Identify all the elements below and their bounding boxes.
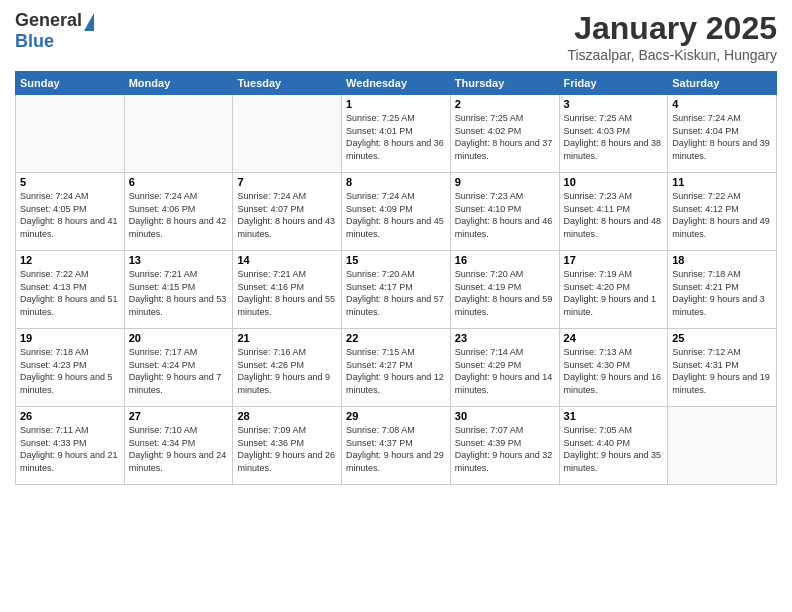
- calendar-cell: 18Sunrise: 7:18 AM Sunset: 4:21 PM Dayli…: [668, 251, 777, 329]
- day-info: Sunrise: 7:18 AM Sunset: 4:21 PM Dayligh…: [672, 268, 772, 318]
- calendar-cell: 6Sunrise: 7:24 AM Sunset: 4:06 PM Daylig…: [124, 173, 233, 251]
- calendar-cell: 31Sunrise: 7:05 AM Sunset: 4:40 PM Dayli…: [559, 407, 668, 485]
- day-info: Sunrise: 7:08 AM Sunset: 4:37 PM Dayligh…: [346, 424, 446, 474]
- day-info: Sunrise: 7:13 AM Sunset: 4:30 PM Dayligh…: [564, 346, 664, 396]
- calendar-cell: 26Sunrise: 7:11 AM Sunset: 4:33 PM Dayli…: [16, 407, 125, 485]
- weekday-header-friday: Friday: [559, 72, 668, 95]
- day-info: Sunrise: 7:24 AM Sunset: 4:05 PM Dayligh…: [20, 190, 120, 240]
- day-info: Sunrise: 7:11 AM Sunset: 4:33 PM Dayligh…: [20, 424, 120, 474]
- week-row-3: 12Sunrise: 7:22 AM Sunset: 4:13 PM Dayli…: [16, 251, 777, 329]
- day-number: 3: [564, 98, 664, 110]
- day-info: Sunrise: 7:09 AM Sunset: 4:36 PM Dayligh…: [237, 424, 337, 474]
- day-info: Sunrise: 7:25 AM Sunset: 4:02 PM Dayligh…: [455, 112, 555, 162]
- calendar-cell: 22Sunrise: 7:15 AM Sunset: 4:27 PM Dayli…: [342, 329, 451, 407]
- day-info: Sunrise: 7:22 AM Sunset: 4:12 PM Dayligh…: [672, 190, 772, 240]
- calendar-cell: 10Sunrise: 7:23 AM Sunset: 4:11 PM Dayli…: [559, 173, 668, 251]
- day-info: Sunrise: 7:10 AM Sunset: 4:34 PM Dayligh…: [129, 424, 229, 474]
- week-row-2: 5Sunrise: 7:24 AM Sunset: 4:05 PM Daylig…: [16, 173, 777, 251]
- calendar-table: SundayMondayTuesdayWednesdayThursdayFrid…: [15, 71, 777, 485]
- header: General Blue January 2025 Tiszaalpar, Ba…: [15, 10, 777, 63]
- calendar-cell: 25Sunrise: 7:12 AM Sunset: 4:31 PM Dayli…: [668, 329, 777, 407]
- day-number: 22: [346, 332, 446, 344]
- calendar-cell: 3Sunrise: 7:25 AM Sunset: 4:03 PM Daylig…: [559, 95, 668, 173]
- calendar-cell: 8Sunrise: 7:24 AM Sunset: 4:09 PM Daylig…: [342, 173, 451, 251]
- calendar-cell: 16Sunrise: 7:20 AM Sunset: 4:19 PM Dayli…: [450, 251, 559, 329]
- day-info: Sunrise: 7:19 AM Sunset: 4:20 PM Dayligh…: [564, 268, 664, 318]
- day-number: 14: [237, 254, 337, 266]
- title-section: January 2025 Tiszaalpar, Bacs-Kiskun, Hu…: [567, 10, 777, 63]
- day-number: 30: [455, 410, 555, 422]
- day-info: Sunrise: 7:24 AM Sunset: 4:07 PM Dayligh…: [237, 190, 337, 240]
- calendar-cell: 2Sunrise: 7:25 AM Sunset: 4:02 PM Daylig…: [450, 95, 559, 173]
- day-number: 23: [455, 332, 555, 344]
- weekday-header-wednesday: Wednesday: [342, 72, 451, 95]
- day-info: Sunrise: 7:15 AM Sunset: 4:27 PM Dayligh…: [346, 346, 446, 396]
- day-number: 19: [20, 332, 120, 344]
- day-number: 1: [346, 98, 446, 110]
- day-info: Sunrise: 7:21 AM Sunset: 4:15 PM Dayligh…: [129, 268, 229, 318]
- day-info: Sunrise: 7:14 AM Sunset: 4:29 PM Dayligh…: [455, 346, 555, 396]
- calendar-cell: 24Sunrise: 7:13 AM Sunset: 4:30 PM Dayli…: [559, 329, 668, 407]
- day-info: Sunrise: 7:24 AM Sunset: 4:09 PM Dayligh…: [346, 190, 446, 240]
- logo-general-text: General: [15, 10, 82, 31]
- day-number: 4: [672, 98, 772, 110]
- calendar-cell: 29Sunrise: 7:08 AM Sunset: 4:37 PM Dayli…: [342, 407, 451, 485]
- day-info: Sunrise: 7:07 AM Sunset: 4:39 PM Dayligh…: [455, 424, 555, 474]
- day-number: 20: [129, 332, 229, 344]
- day-number: 11: [672, 176, 772, 188]
- weekday-header-row: SundayMondayTuesdayWednesdayThursdayFrid…: [16, 72, 777, 95]
- weekday-header-monday: Monday: [124, 72, 233, 95]
- day-number: 21: [237, 332, 337, 344]
- day-number: 16: [455, 254, 555, 266]
- calendar-cell: 4Sunrise: 7:24 AM Sunset: 4:04 PM Daylig…: [668, 95, 777, 173]
- day-number: 31: [564, 410, 664, 422]
- calendar-cell: 23Sunrise: 7:14 AM Sunset: 4:29 PM Dayli…: [450, 329, 559, 407]
- calendar-cell: [124, 95, 233, 173]
- day-info: Sunrise: 7:17 AM Sunset: 4:24 PM Dayligh…: [129, 346, 229, 396]
- day-number: 29: [346, 410, 446, 422]
- day-number: 5: [20, 176, 120, 188]
- calendar-cell: 28Sunrise: 7:09 AM Sunset: 4:36 PM Dayli…: [233, 407, 342, 485]
- logo-triangle-icon: [84, 13, 94, 31]
- location-text: Tiszaalpar, Bacs-Kiskun, Hungary: [567, 47, 777, 63]
- day-number: 10: [564, 176, 664, 188]
- day-number: 26: [20, 410, 120, 422]
- day-number: 9: [455, 176, 555, 188]
- day-info: Sunrise: 7:25 AM Sunset: 4:03 PM Dayligh…: [564, 112, 664, 162]
- day-number: 17: [564, 254, 664, 266]
- day-number: 28: [237, 410, 337, 422]
- week-row-5: 26Sunrise: 7:11 AM Sunset: 4:33 PM Dayli…: [16, 407, 777, 485]
- calendar-cell: 27Sunrise: 7:10 AM Sunset: 4:34 PM Dayli…: [124, 407, 233, 485]
- calendar-cell: [668, 407, 777, 485]
- calendar-cell: 20Sunrise: 7:17 AM Sunset: 4:24 PM Dayli…: [124, 329, 233, 407]
- calendar-cell: 11Sunrise: 7:22 AM Sunset: 4:12 PM Dayli…: [668, 173, 777, 251]
- calendar-cell: 1Sunrise: 7:25 AM Sunset: 4:01 PM Daylig…: [342, 95, 451, 173]
- day-number: 8: [346, 176, 446, 188]
- week-row-1: 1Sunrise: 7:25 AM Sunset: 4:01 PM Daylig…: [16, 95, 777, 173]
- logo-blue-text: Blue: [15, 31, 54, 52]
- calendar-cell: 15Sunrise: 7:20 AM Sunset: 4:17 PM Dayli…: [342, 251, 451, 329]
- calendar-cell: 5Sunrise: 7:24 AM Sunset: 4:05 PM Daylig…: [16, 173, 125, 251]
- day-info: Sunrise: 7:12 AM Sunset: 4:31 PM Dayligh…: [672, 346, 772, 396]
- month-title: January 2025: [567, 10, 777, 47]
- day-info: Sunrise: 7:20 AM Sunset: 4:19 PM Dayligh…: [455, 268, 555, 318]
- day-number: 15: [346, 254, 446, 266]
- day-info: Sunrise: 7:24 AM Sunset: 4:04 PM Dayligh…: [672, 112, 772, 162]
- day-info: Sunrise: 7:20 AM Sunset: 4:17 PM Dayligh…: [346, 268, 446, 318]
- calendar-cell: 17Sunrise: 7:19 AM Sunset: 4:20 PM Dayli…: [559, 251, 668, 329]
- day-info: Sunrise: 7:05 AM Sunset: 4:40 PM Dayligh…: [564, 424, 664, 474]
- day-number: 13: [129, 254, 229, 266]
- page: General Blue January 2025 Tiszaalpar, Ba…: [0, 0, 792, 612]
- day-info: Sunrise: 7:23 AM Sunset: 4:11 PM Dayligh…: [564, 190, 664, 240]
- calendar-cell: [16, 95, 125, 173]
- day-number: 25: [672, 332, 772, 344]
- calendar-cell: 9Sunrise: 7:23 AM Sunset: 4:10 PM Daylig…: [450, 173, 559, 251]
- calendar-cell: 21Sunrise: 7:16 AM Sunset: 4:26 PM Dayli…: [233, 329, 342, 407]
- week-row-4: 19Sunrise: 7:18 AM Sunset: 4:23 PM Dayli…: [16, 329, 777, 407]
- weekday-header-thursday: Thursday: [450, 72, 559, 95]
- day-number: 24: [564, 332, 664, 344]
- day-info: Sunrise: 7:21 AM Sunset: 4:16 PM Dayligh…: [237, 268, 337, 318]
- day-number: 2: [455, 98, 555, 110]
- logo: General Blue: [15, 10, 94, 52]
- weekday-header-sunday: Sunday: [16, 72, 125, 95]
